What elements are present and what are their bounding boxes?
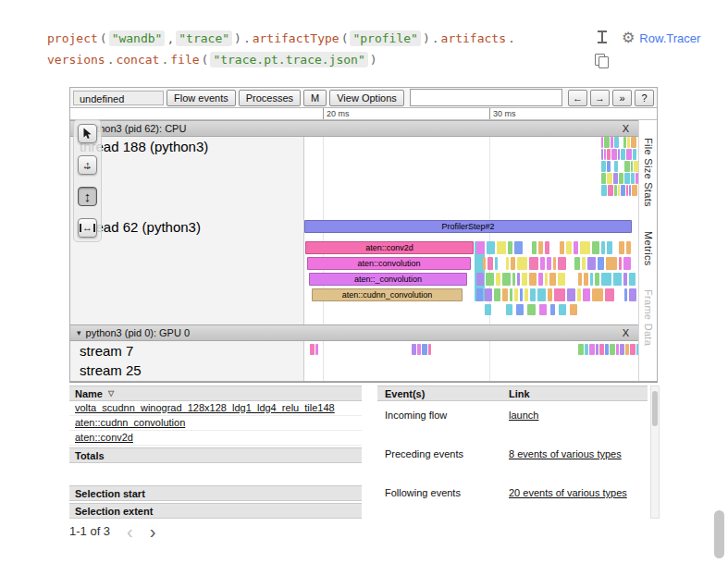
trace-span[interactable] (619, 241, 624, 254)
timing-tool-button[interactable]: ↔ (78, 218, 97, 238)
trace-span[interactable] (626, 241, 631, 254)
code-token[interactable]: ) (234, 31, 241, 45)
track-row-thread-188[interactable]: thread 188 (python3) (70, 137, 638, 217)
trace-span[interactable] (496, 273, 500, 286)
trace-span[interactable] (520, 288, 523, 301)
trace-span[interactable] (566, 241, 572, 254)
trace-span[interactable] (601, 185, 607, 196)
timeline-ruler[interactable]: 20 ms30 ms (70, 108, 657, 120)
code-token[interactable]: artifacts (441, 31, 506, 45)
toolbar-button-processes[interactable]: Processes (239, 90, 301, 106)
trace-span[interactable] (601, 149, 603, 160)
trace-span[interactable] (476, 288, 483, 301)
trace-span[interactable] (582, 257, 586, 270)
trace-span[interactable] (554, 288, 565, 301)
trace-span[interactable] (580, 241, 590, 254)
code-token[interactable]: ) (370, 53, 377, 67)
trace-span-aten-cudnn-convolution[interactable]: aten::cudnn_convolution (312, 288, 463, 301)
trace-span[interactable] (514, 241, 523, 254)
trace-span[interactable] (618, 149, 620, 160)
trace-span[interactable] (631, 137, 636, 148)
trace-span[interactable] (592, 241, 599, 254)
code-token[interactable]: . (161, 53, 168, 67)
trace-span[interactable] (577, 288, 581, 301)
trace-span[interactable] (616, 344, 619, 355)
trace-span[interactable] (595, 273, 599, 286)
trace-span[interactable] (517, 273, 520, 286)
process-header-cpu[interactable]: ▾ python3 (pid 62): CPU X (70, 120, 638, 137)
selection-start-row[interactable]: Selection start (69, 485, 362, 501)
code-token[interactable]: . (107, 53, 115, 67)
trace-span[interactable] (614, 137, 619, 148)
code-token[interactable]: concat (116, 53, 159, 67)
trace-span[interactable] (624, 288, 627, 301)
event-link[interactable]: 20 events of various types (509, 487, 627, 518)
trace-span[interactable] (607, 173, 612, 184)
pan-tool-button[interactable]: ↔ ↕ (78, 155, 97, 175)
trace-span[interactable] (604, 137, 610, 148)
event-link[interactable]: launch (509, 410, 538, 440)
trace-span[interactable] (601, 161, 606, 172)
toolbar-button-flow-events[interactable]: Flow events (167, 90, 236, 106)
trace-span[interactable] (613, 173, 618, 184)
trace-span[interactable] (601, 273, 611, 286)
trace-span[interactable] (621, 185, 625, 196)
details-scrollbar-thumb[interactable] (652, 391, 658, 426)
trace-span[interactable] (529, 273, 537, 286)
nav-button-more[interactable]: » (612, 90, 632, 106)
track-row-stream-7[interactable]: stream 7 (70, 341, 638, 361)
trace-span[interactable] (530, 288, 536, 301)
trace-span[interactable] (635, 173, 638, 184)
trace-span[interactable] (613, 273, 622, 286)
name-column-header[interactable]: Name ▽ (69, 386, 362, 401)
trace-span[interactable] (623, 273, 627, 286)
trace-span[interactable] (589, 344, 595, 355)
trace-span[interactable] (630, 344, 635, 355)
trace-span[interactable] (487, 241, 495, 254)
trace-span[interactable] (310, 344, 315, 355)
pager-next-button[interactable]: › (150, 525, 156, 538)
trace-span[interactable] (574, 241, 578, 254)
trace-span[interactable] (553, 257, 556, 270)
trace-span[interactable] (558, 257, 566, 270)
trace-span[interactable] (497, 241, 506, 254)
trace-span[interactable] (494, 288, 500, 301)
side-tab-file-size-stats[interactable]: File Size Stats (643, 138, 654, 207)
track-content-stream-25[interactable] (304, 361, 638, 381)
zoom-tool-button[interactable]: ↕ (78, 187, 97, 206)
trace-span[interactable] (624, 173, 630, 184)
trace-span[interactable] (540, 257, 545, 270)
pager-prev-button[interactable]: ‹ (127, 525, 133, 538)
trace-span[interactable] (578, 344, 584, 355)
selection-tool-button[interactable] (78, 124, 97, 143)
trace-span[interactable] (538, 241, 543, 254)
trace-span[interactable] (584, 273, 588, 286)
trace-span[interactable] (476, 241, 485, 254)
trace-span[interactable] (578, 273, 582, 286)
trace-span[interactable] (537, 288, 546, 301)
trace-span[interactable] (548, 288, 552, 301)
trace-span[interactable] (570, 304, 577, 315)
selection-extent-row[interactable]: Selection extent (69, 503, 362, 519)
trace-span[interactable] (636, 344, 638, 355)
trace-span[interactable] (618, 185, 620, 196)
trace-span[interactable] (545, 241, 549, 254)
code-token[interactable]: , (167, 31, 174, 45)
trace-span[interactable] (539, 304, 547, 315)
panel-type-label[interactable]: Row.Tracer (639, 31, 700, 45)
trace-span[interactable] (599, 344, 604, 355)
trace-span[interactable] (527, 304, 536, 315)
event-name-link[interactable]: aten::conv2d (75, 432, 133, 443)
trace-span[interactable] (629, 185, 631, 196)
trace-span[interactable] (626, 149, 632, 160)
trace-span[interactable] (524, 288, 528, 301)
trace-span[interactable] (506, 304, 512, 315)
code-token[interactable]: artifactType (253, 31, 339, 45)
track-content-thread-188[interactable] (304, 137, 638, 217)
page-scrollbar-thumb[interactable] (714, 510, 724, 558)
trace-span[interactable] (611, 137, 613, 148)
trace-span[interactable] (607, 161, 611, 172)
trace-span[interactable] (601, 137, 603, 148)
panel-type-selector[interactable]: ⚙ Row.Tracer (622, 31, 700, 45)
trace-span[interactable] (631, 161, 633, 172)
